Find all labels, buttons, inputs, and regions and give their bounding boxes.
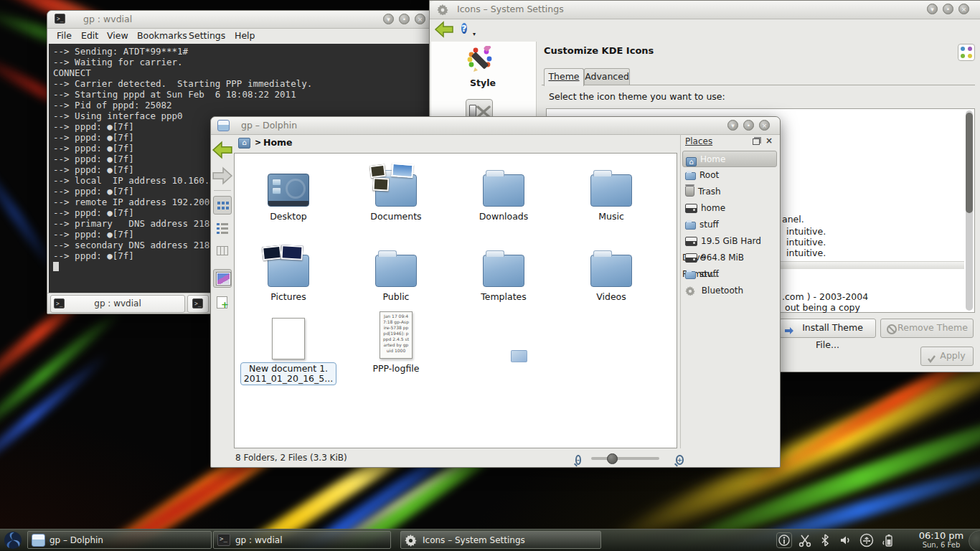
maximize-button[interactable]: • [399,14,410,24]
split-view-button[interactable]: + [213,293,232,312]
terminal-tab[interactable]: >_ gp : wvdial [50,295,185,313]
bluetooth-icon[interactable] [818,533,832,547]
terminal-window-buttons: ▾ • × [383,14,425,24]
place-hard-drive[interactable]: 19.5 GiB Hard Drive [682,233,777,250]
place-removable-drive[interactable]: 964.8 MiB Remov... [682,250,777,266]
folder-item-music[interactable]: Music [561,161,661,222]
icons-module-icon [958,44,975,61]
pictures-folder-icon [268,255,309,287]
zoom-slider-handle[interactable] [607,453,618,464]
panel-cashew-icon[interactable] [969,530,980,551]
place-trash[interactable]: Trash [682,184,777,200]
close-button[interactable]: × [415,14,425,24]
clock-date: Sun, 6 Feb [917,541,966,550]
folder-view[interactable]: Desktop Documents Downloads Music Pictur… [234,153,677,448]
folder-item-desktop[interactable]: Desktop [238,161,339,222]
dolphin-statusbar: 8 Folders, 2 Files (3.3 KiB) - + [211,448,780,467]
file-item-new-document[interactable]: New document 1. 2011_01_20_16_5... [238,315,339,385]
details-view-button[interactable] [213,219,232,237]
minimize-button[interactable]: ▾ [727,120,738,131]
tab-theme[interactable]: Theme [544,68,584,86]
sidebar-item-style[interactable]: Style [437,46,529,93]
zoom-out-icon[interactable]: - [575,455,581,465]
icons-view-button[interactable] [213,196,232,215]
tab-advanced-label: Advanced [585,71,629,82]
zoom-in-icon[interactable]: + [676,455,684,465]
folder-item-public[interactable]: Public [346,241,446,302]
dolphin-window: gp – Dolphin ▾ • × ⌂ > Home [210,116,781,468]
minimize-button[interactable]: ▾ [383,14,394,24]
folder-label: Public [346,291,446,302]
close-button[interactable]: × [958,4,969,14]
folder-item-documents[interactable]: Documents [346,161,446,222]
dolphin-title: gp – Dolphin [241,120,297,131]
klipper-scissors-icon[interactable] [798,533,812,547]
remove-theme-button[interactable]: Remove Theme [880,319,974,338]
theme-list-fragment: intuitive. [786,248,826,258]
tab-advanced[interactable]: Advanced [584,68,630,85]
dolphin-side-toolbar: + [211,134,234,448]
maximize-button[interactable]: • [943,4,953,14]
terminal-icon: >_ [54,298,65,309]
close-panel-icon[interactable]: × [765,136,773,146]
home-icon: ⌂ [686,157,697,166]
text-preview-icon: Jan 17 09:4 7:18 gp-Asp ire-5738 pp pd[1… [380,311,413,359]
place-root[interactable]: Root [682,167,777,184]
folder-item-videos[interactable]: Videos [561,241,661,302]
info-tray-icon[interactable] [776,532,792,548]
dolphin-titlebar[interactable]: gp – Dolphin ▾ • × [211,117,780,135]
place-stuff[interactable]: stuff [682,217,777,233]
menu-file[interactable]: File [57,30,72,41]
back-button[interactable] [434,20,454,42]
folder-icon [483,174,524,207]
icons-view-icon [217,202,220,204]
breadcrumb[interactable]: ⌂ > Home [234,134,681,153]
task-wvdial[interactable]: >_ gp : wvdial [213,531,391,549]
float-panel-icon[interactable] [753,138,760,145]
zoom-slider[interactable] [591,457,659,460]
terminal-line: --> Waiting for carrier. [53,57,437,67]
close-button[interactable]: × [759,120,770,131]
forward-button[interactable] [212,166,233,189]
menu-edit[interactable]: Edit [81,30,98,41]
place-home-drive[interactable]: home [682,200,777,217]
folder-item-templates[interactable]: Templates [453,241,554,302]
scrollbar[interactable] [966,110,973,311]
maximize-button[interactable]: • [743,120,754,131]
tab-divider [542,85,975,85]
usb-device-icon[interactable] [858,533,875,547]
menu-bookmarks[interactable]: Bookmarks [137,30,187,41]
terminal-cursor [53,262,59,271]
install-theme-button[interactable]: Install Theme File... [779,319,876,338]
folder-item-downloads[interactable]: Downloads [453,161,554,222]
back-button[interactable] [212,140,233,163]
columns-view-button[interactable] [213,242,232,260]
menu-help[interactable]: Help [235,30,255,41]
folder-item-pictures[interactable]: Pictures [238,241,339,302]
folder-icon [483,255,524,287]
place-stuff-2[interactable]: stuff [682,266,777,283]
preview-button[interactable] [213,269,232,288]
task-dolphin[interactable]: gp – Dolphin [27,531,212,549]
selected-file-label: New document 1. 2011_01_20_16_5... [240,362,336,385]
terminal-titlebar[interactable]: >_ gp : wvdial ▾ • × [47,11,438,29]
menu-settings[interactable]: Settings [189,30,225,41]
help-button[interactable]: ? ▾ [461,21,467,36]
clock[interactable]: 06:10 pm Sun, 6 Feb [917,530,966,550]
apply-button[interactable]: Apply [920,347,974,366]
minimize-button[interactable]: ▾ [927,4,938,14]
system-settings-titlebar[interactable]: Icons – System Settings ▾ • × [430,1,980,19]
volume-icon[interactable] [838,533,852,547]
place-bluetooth[interactable]: Bluetooth [682,283,777,299]
places-panel: Places × ⌂Home Root Trash home stuff 19.… [680,134,778,448]
battery-icon[interactable] [881,533,895,547]
scrollbar-thumb[interactable] [966,113,973,213]
terminal-icon: >_ [192,298,203,309]
task-system-settings[interactable]: Icons – System Settings [400,531,601,549]
file-item-ppp-logfile[interactable]: Jan 17 09:4 7:18 gp-Asp ire-5738 pp pd[1… [346,311,446,374]
breadcrumb-location[interactable]: Home [263,137,293,148]
launcher-icon[interactable] [2,530,24,550]
menu-view[interactable]: View [107,30,128,41]
new-tab-button[interactable]: >_ [187,295,209,313]
place-home[interactable]: ⌂Home [682,151,777,167]
